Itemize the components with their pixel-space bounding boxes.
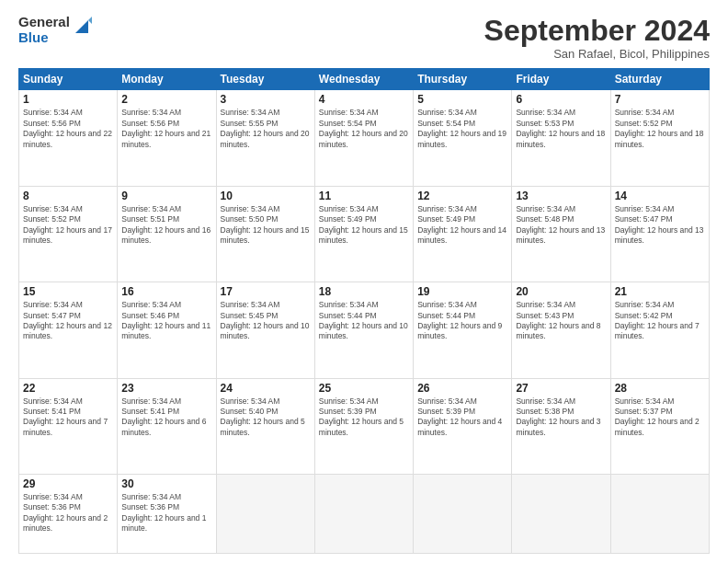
day-number: 26 xyxy=(417,382,507,395)
day-number: 3 xyxy=(221,93,311,106)
table-row: 9 Sunrise: 5:34 AM Sunset: 5:51 PM Dayli… xyxy=(118,186,216,282)
day-info: Sunrise: 5:34 AM Sunset: 5:36 PM Dayligh… xyxy=(121,492,211,534)
day-number: 21 xyxy=(615,285,705,298)
svg-marker-0 xyxy=(75,20,88,33)
day-info: Sunrise: 5:34 AM Sunset: 5:54 PM Dayligh… xyxy=(319,108,409,150)
table-row: 15 Sunrise: 5:34 AM Sunset: 5:47 PM Dayl… xyxy=(19,282,118,378)
svg-marker-1 xyxy=(88,17,92,24)
day-info: Sunrise: 5:34 AM Sunset: 5:44 PM Dayligh… xyxy=(319,300,409,342)
day-number: 13 xyxy=(516,190,606,202)
day-number: 17 xyxy=(221,285,311,298)
title-block: September 2024 San Rafael, Bicol, Philip… xyxy=(484,15,710,61)
table-row: 25 Sunrise: 5:34 AM Sunset: 5:39 PM Dayl… xyxy=(314,378,413,474)
day-number: 5 xyxy=(417,93,507,106)
header-sunday: Sunday xyxy=(19,69,118,90)
day-info: Sunrise: 5:34 AM Sunset: 5:49 PM Dayligh… xyxy=(417,204,507,247)
table-row: 22 Sunrise: 5:34 AM Sunset: 5:41 PM Dayl… xyxy=(19,378,118,474)
day-number: 24 xyxy=(221,382,311,395)
day-info: Sunrise: 5:34 AM Sunset: 5:40 PM Dayligh… xyxy=(221,396,311,439)
day-info: Sunrise: 5:34 AM Sunset: 5:38 PM Dayligh… xyxy=(516,396,606,439)
table-row xyxy=(216,474,314,553)
day-info: Sunrise: 5:34 AM Sunset: 5:49 PM Dayligh… xyxy=(319,204,409,247)
month-title: September 2024 xyxy=(484,15,710,47)
header: General Blue September 2024 San Rafael, … xyxy=(18,15,710,61)
table-row: 24 Sunrise: 5:34 AM Sunset: 5:40 PM Dayl… xyxy=(216,378,314,474)
day-info: Sunrise: 5:34 AM Sunset: 5:55 PM Dayligh… xyxy=(221,108,311,150)
day-info: Sunrise: 5:34 AM Sunset: 5:41 PM Dayligh… xyxy=(23,396,113,439)
day-info: Sunrise: 5:34 AM Sunset: 5:53 PM Dayligh… xyxy=(516,108,606,150)
day-info: Sunrise: 5:34 AM Sunset: 5:37 PM Dayligh… xyxy=(615,396,705,439)
day-number: 12 xyxy=(417,190,507,202)
header-friday: Friday xyxy=(512,69,610,90)
header-monday: Monday xyxy=(118,69,216,90)
header-thursday: Thursday xyxy=(414,69,512,90)
day-number: 1 xyxy=(23,93,113,106)
day-number: 6 xyxy=(516,93,606,106)
table-row: 21 Sunrise: 5:34 AM Sunset: 5:42 PM Dayl… xyxy=(610,282,709,378)
table-row: 8 Sunrise: 5:34 AM Sunset: 5:52 PM Dayli… xyxy=(19,186,118,282)
table-row: 26 Sunrise: 5:34 AM Sunset: 5:39 PM Dayl… xyxy=(414,378,512,474)
day-number: 19 xyxy=(417,285,507,298)
table-row: 17 Sunrise: 5:34 AM Sunset: 5:45 PM Dayl… xyxy=(216,282,314,378)
day-number: 28 xyxy=(615,382,705,395)
day-number: 27 xyxy=(516,382,606,395)
day-info: Sunrise: 5:34 AM Sunset: 5:56 PM Dayligh… xyxy=(121,108,211,150)
day-info: Sunrise: 5:34 AM Sunset: 5:42 PM Dayligh… xyxy=(615,300,705,342)
table-row xyxy=(512,474,610,553)
table-row: 11 Sunrise: 5:34 AM Sunset: 5:49 PM Dayl… xyxy=(314,186,413,282)
day-number: 16 xyxy=(121,285,211,298)
day-info: Sunrise: 5:34 AM Sunset: 5:45 PM Dayligh… xyxy=(221,300,311,342)
table-row: 2 Sunrise: 5:34 AM Sunset: 5:56 PM Dayli… xyxy=(118,90,216,186)
day-number: 22 xyxy=(23,382,113,395)
table-row: 13 Sunrise: 5:34 AM Sunset: 5:48 PM Dayl… xyxy=(512,186,610,282)
day-number: 11 xyxy=(319,190,409,202)
day-number: 25 xyxy=(319,382,409,395)
day-info: Sunrise: 5:34 AM Sunset: 5:50 PM Dayligh… xyxy=(221,204,311,247)
day-info: Sunrise: 5:34 AM Sunset: 5:39 PM Dayligh… xyxy=(417,396,507,439)
location-subtitle: San Rafael, Bicol, Philippines xyxy=(484,47,710,61)
header-wednesday: Wednesday xyxy=(314,69,413,90)
table-row: 20 Sunrise: 5:34 AM Sunset: 5:43 PM Dayl… xyxy=(512,282,610,378)
day-info: Sunrise: 5:34 AM Sunset: 5:44 PM Dayligh… xyxy=(417,300,507,342)
day-number: 23 xyxy=(121,382,211,395)
day-info: Sunrise: 5:34 AM Sunset: 5:52 PM Dayligh… xyxy=(615,108,705,150)
table-row: 6 Sunrise: 5:34 AM Sunset: 5:53 PM Dayli… xyxy=(512,90,610,186)
day-number: 20 xyxy=(516,285,606,298)
table-row xyxy=(610,474,709,553)
table-row: 7 Sunrise: 5:34 AM Sunset: 5:52 PM Dayli… xyxy=(610,90,709,186)
header-tuesday: Tuesday xyxy=(216,69,314,90)
table-row: 19 Sunrise: 5:34 AM Sunset: 5:44 PM Dayl… xyxy=(414,282,512,378)
day-info: Sunrise: 5:34 AM Sunset: 5:36 PM Dayligh… xyxy=(23,492,113,534)
day-number: 2 xyxy=(121,93,211,106)
day-info: Sunrise: 5:34 AM Sunset: 5:47 PM Dayligh… xyxy=(615,204,705,247)
day-number: 30 xyxy=(121,477,211,490)
logo: General Blue xyxy=(18,15,92,45)
day-number: 10 xyxy=(221,190,311,202)
day-number: 4 xyxy=(319,93,409,106)
table-row: 14 Sunrise: 5:34 AM Sunset: 5:47 PM Dayl… xyxy=(610,186,709,282)
day-number: 29 xyxy=(23,477,113,490)
calendar-table: Sunday Monday Tuesday Wednesday Thursday… xyxy=(18,68,710,554)
table-row: 4 Sunrise: 5:34 AM Sunset: 5:54 PM Dayli… xyxy=(314,90,413,186)
day-info: Sunrise: 5:34 AM Sunset: 5:39 PM Dayligh… xyxy=(319,396,409,439)
table-row: 3 Sunrise: 5:34 AM Sunset: 5:55 PM Dayli… xyxy=(216,90,314,186)
day-info: Sunrise: 5:34 AM Sunset: 5:46 PM Dayligh… xyxy=(121,300,211,342)
day-info: Sunrise: 5:34 AM Sunset: 5:48 PM Dayligh… xyxy=(516,204,606,247)
day-info: Sunrise: 5:34 AM Sunset: 5:56 PM Dayligh… xyxy=(23,108,113,150)
day-number: 7 xyxy=(615,93,705,106)
table-row: 29 Sunrise: 5:34 AM Sunset: 5:36 PM Dayl… xyxy=(19,474,118,553)
table-row: 23 Sunrise: 5:34 AM Sunset: 5:41 PM Dayl… xyxy=(118,378,216,474)
table-row: 5 Sunrise: 5:34 AM Sunset: 5:54 PM Dayli… xyxy=(414,90,512,186)
day-info: Sunrise: 5:34 AM Sunset: 5:52 PM Dayligh… xyxy=(23,204,113,247)
day-number: 15 xyxy=(23,285,113,298)
day-info: Sunrise: 5:34 AM Sunset: 5:43 PM Dayligh… xyxy=(516,300,606,342)
day-info: Sunrise: 5:34 AM Sunset: 5:54 PM Dayligh… xyxy=(417,108,507,150)
table-row: 16 Sunrise: 5:34 AM Sunset: 5:46 PM Dayl… xyxy=(118,282,216,378)
table-row xyxy=(314,474,413,553)
day-info: Sunrise: 5:34 AM Sunset: 5:51 PM Dayligh… xyxy=(121,204,211,247)
day-number: 14 xyxy=(615,190,705,202)
table-row xyxy=(414,474,512,553)
table-row: 27 Sunrise: 5:34 AM Sunset: 5:38 PM Dayl… xyxy=(512,378,610,474)
table-row: 1 Sunrise: 5:34 AM Sunset: 5:56 PM Dayli… xyxy=(19,90,118,186)
day-number: 9 xyxy=(121,190,211,202)
